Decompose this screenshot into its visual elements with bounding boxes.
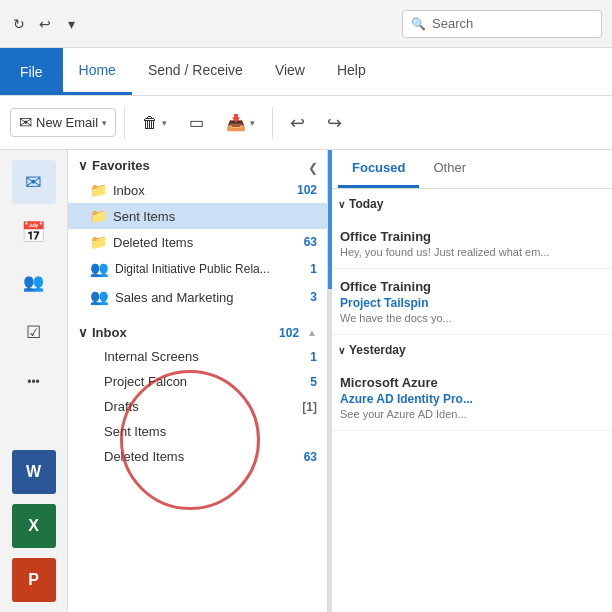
email-item-office-training-1[interactable]: Office Training Hey, you found us! Just … [328,219,612,269]
nav-tasks-icon[interactable]: ☑ [12,310,56,354]
inbox-scrollbar-icon: ▲ [307,327,317,338]
email-item-azure[interactable]: Microsoft Azure Azure AD Identity Pro...… [328,365,612,431]
folder-panel-scrollbar[interactable] [328,150,332,612]
inbox-section-header[interactable]: ∨ Inbox 102 ▲ [68,317,327,344]
folder-deleted-items[interactable]: 📁 Deleted Items 63 [68,229,327,255]
search-bar[interactable]: 🔍 Search [402,10,602,38]
email-panel: Focused Other ∨ Today Office Training He… [328,150,612,612]
folder-inbox[interactable]: 📁 Inbox 102 [68,177,327,203]
email-sender-3: Microsoft Azure [340,375,600,390]
email-preview-1: Hey, you found us! Just realized what em… [340,246,600,258]
archive-icon: ▭ [189,113,204,132]
delete-button[interactable]: 🗑 ▾ [133,109,176,137]
folder-drafts[interactable]: Drafts [1] [68,394,327,419]
folder-deleted-count: 63 [304,235,317,249]
folder-drafts-count: [1] [302,400,317,414]
folder-sales-marketing[interactable]: 👥 Sales and Marketing 3 [68,283,327,311]
folder-digital-label: Digital Initiative Public Rela... [115,262,270,276]
nav-sidebar: ✉ 📅 👥 ☑ ••• W X P [0,150,68,612]
folder-sent-icon: 📁 [90,208,107,224]
redo-toolbar-button[interactable]: ↩ [318,107,351,139]
nav-excel-icon[interactable]: X [12,504,56,548]
tab-send-receive[interactable]: Send / Receive [132,48,259,95]
title-bar: ↻ ↩ ▾ 🔍 Search [0,0,612,48]
archive-button[interactable]: ▭ [180,108,213,137]
inbox-chevron-icon: ∨ [78,325,88,340]
email-item-office-training-2[interactable]: Office Training Project Tailspin We have… [328,269,612,335]
new-email-button[interactable]: ✉ New Email ▾ [10,108,116,137]
new-email-dropdown-icon[interactable]: ▾ [102,118,107,128]
delete-icon: 🗑 [142,114,158,132]
redo-toolbar-icon: ↩ [327,112,342,134]
email-sender-2: Office Training [340,279,600,294]
tab-home[interactable]: Home [63,48,132,95]
email-preview-3: See your Azure AD Iden... [340,408,600,420]
folder-deleted-sub-count: 63 [304,450,317,464]
email-subject-3: Azure AD Identity Pro... [340,392,600,406]
group-sales-icon: 👥 [90,288,109,306]
tab-other[interactable]: Other [419,150,480,188]
search-placeholder: Search [432,16,473,31]
file-tab[interactable]: File [0,48,63,95]
nav-powerpoint-icon[interactable]: P [12,558,56,602]
inbox-section-count: 102 [279,326,299,340]
folder-panel: ❮ ∨ Favorites 📁 Inbox 102 📁 Sent Items 📁… [68,150,328,612]
nav-word-icon[interactable]: W [12,450,56,494]
folder-inbox-count: 102 [297,183,317,197]
nav-more-icon[interactable]: ••• [12,360,56,404]
nav-mail-icon[interactable]: ✉ [12,160,56,204]
delete-dropdown-icon[interactable]: ▾ [162,118,167,128]
nav-calendar-icon[interactable]: 📅 [12,210,56,254]
yesterday-label: Yesterday [349,343,406,357]
toolbar-separator-2 [272,107,273,139]
folder-sent-items[interactable]: 📁 Sent Items [68,203,327,229]
favorites-label: Favorites [92,158,150,173]
refresh-icon[interactable]: ↻ [10,15,28,33]
tab-help[interactable]: Help [321,48,382,95]
folder-sales-label: Sales and Marketing [115,290,234,305]
new-email-label: New Email [36,115,98,130]
email-preview-2: We have the docs yo... [340,312,600,324]
folder-sent-sub-label: Sent Items [104,424,166,439]
inbox-section-label: Inbox [92,325,127,340]
quick-access-dropdown-icon[interactable]: ▾ [62,15,80,33]
today-label: Today [349,197,383,211]
toolbar: ✉ New Email ▾ 🗑 ▾ ▭ 📥 ▾ ↩ ↩ [0,96,612,150]
email-tabs: Focused Other [328,150,612,189]
folder-digital-count: 1 [310,262,317,276]
folder-falcon-count: 5 [310,375,317,389]
folder-collapse-button[interactable]: ❮ [303,158,323,178]
mail-icon: ✉ [19,113,32,132]
folder-internal-count: 1 [310,350,317,364]
move-button[interactable]: 📥 ▾ [217,108,264,137]
search-icon: 🔍 [411,17,426,31]
yesterday-header: ∨ Yesterday [328,335,612,365]
folder-sent-sub[interactable]: Sent Items [68,419,327,444]
folder-deleted-sub[interactable]: Deleted Items 63 [68,444,327,469]
folder-sales-count: 3 [310,290,317,304]
favorites-header[interactable]: ∨ Favorites [68,150,327,177]
tab-view[interactable]: View [259,48,321,95]
folder-sent-label: Sent Items [113,209,175,224]
move-icon: 📥 [226,113,246,132]
folder-inbox-label: Inbox [113,183,145,198]
main-layout: ✉ 📅 👥 ☑ ••• W X P ❮ ∨ Favorites 📁 Inbox … [0,150,612,612]
email-sender-1: Office Training [340,229,600,244]
undo-icon[interactable]: ↩ [36,15,54,33]
undo-toolbar-button[interactable]: ↩ [281,107,314,139]
group-digital-icon: 👥 [90,260,109,278]
folder-digital-initiative[interactable]: 👥 Digital Initiative Public Rela... 1 [68,255,327,283]
folder-falcon-label: Project Falcon [104,374,187,389]
folder-internal-label: Internal Screens [104,349,199,364]
nav-people-icon[interactable]: 👥 [12,260,56,304]
folder-project-falcon[interactable]: Project Falcon 5 [68,369,327,394]
folder-internal-screens[interactable]: Internal Screens 1 [68,344,327,369]
ribbon: File Home Send / Receive View Help [0,48,612,96]
folder-drafts-label: Drafts [104,399,139,414]
today-chevron-icon: ∨ [338,199,345,210]
email-subject-2: Project Tailspin [340,296,600,310]
folder-deleted-label: Deleted Items [113,235,193,250]
tab-focused[interactable]: Focused [338,150,419,188]
folder-deleted-icon: 📁 [90,234,107,250]
move-dropdown-icon[interactable]: ▾ [250,118,255,128]
